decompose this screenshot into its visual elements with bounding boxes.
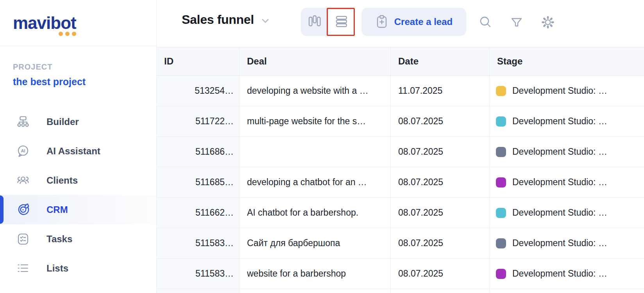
cell-deal-value: multi-page website for the s… xyxy=(247,116,366,127)
search-icon xyxy=(477,14,494,31)
sidebar-nav: Builder AI AI Assistant xyxy=(0,107,156,283)
cell-date-value: 08.07.2025 xyxy=(398,207,443,218)
stage-color-swatch xyxy=(496,147,506,157)
table-body: 513254… developing a website with a … 11… xyxy=(157,76,644,293)
project-block: PROJECT the best project xyxy=(0,46,156,88)
table-row[interactable]: 511662… AI chatbot for a barbershop. 08.… xyxy=(157,198,644,228)
cell-id-value: 511685… xyxy=(195,177,234,188)
table-row[interactable] xyxy=(157,289,644,293)
table-row[interactable]: 511722… multi-page website for the s… 08… xyxy=(157,106,644,137)
stage-color-swatch xyxy=(496,238,506,248)
sidebar-item-label: Builder xyxy=(47,116,79,127)
sidebar-item-label: Tasks xyxy=(47,234,72,245)
stage-label: Development Studio: … xyxy=(512,116,607,127)
sidebar: mavibot PROJECT the best project Builder xyxy=(0,0,157,293)
funnel-selector-label: Sales funnel xyxy=(182,13,254,27)
sidebar-item-crm[interactable]: CRM xyxy=(0,195,156,224)
cell-date-value: 08.07.2025 xyxy=(398,116,443,127)
crm-icon xyxy=(16,203,30,217)
table-row[interactable]: 513254… developing a website with a … 11… xyxy=(157,76,644,106)
sidebar-item-lists[interactable]: Lists xyxy=(0,254,156,283)
deals-table: ID Deal Date Stage 513254… developing a … xyxy=(157,47,644,293)
cell-date-value: 08.07.2025 xyxy=(398,146,443,157)
project-name[interactable]: the best project xyxy=(13,76,156,88)
view-toggle xyxy=(301,8,355,36)
stage-label: Development Studio: … xyxy=(512,146,607,157)
table-row[interactable]: 511686… 08.07.2025 Development Studio: … xyxy=(157,137,644,167)
tasks-icon xyxy=(16,232,30,246)
stage-label: Development Studio: … xyxy=(512,238,607,248)
create-lead-button[interactable]: Create a lead xyxy=(361,8,466,36)
cell-deal-value: website for a barbershop xyxy=(247,268,346,279)
sidebar-item-label: AI Assistant xyxy=(47,146,100,157)
cell-date-value: 08.07.2025 xyxy=(398,238,443,248)
stage-color-swatch xyxy=(496,116,506,127)
logo-row: mavibot xyxy=(0,0,156,46)
cell-id-value: 511583… xyxy=(195,268,234,279)
stage-label: Development Studio: … xyxy=(512,177,607,188)
sidebar-item-clients[interactable]: Clients xyxy=(0,166,156,195)
table-row[interactable]: 511583… Сайт для барбершопа 08.07.2025 D… xyxy=(157,228,644,259)
svg-text:AI: AI xyxy=(21,148,25,153)
app-root: mavibot PROJECT the best project Builder xyxy=(0,0,644,293)
filter-button[interactable] xyxy=(508,13,526,31)
cell-deal-value: developing a chatbot for an … xyxy=(247,177,367,188)
cell-id-value: 511722… xyxy=(195,116,234,127)
column-header-date: Date xyxy=(391,47,490,76)
app-logo[interactable]: mavibot xyxy=(13,13,76,33)
stage-label: Development Studio: … xyxy=(512,86,607,96)
cell-id-value: 511662… xyxy=(195,207,234,218)
sidebar-item-ai-assistant[interactable]: AI AI Assistant xyxy=(0,136,156,166)
search-button[interactable] xyxy=(476,13,494,31)
funnel-selector[interactable]: Sales funnel xyxy=(182,13,270,27)
list-view-icon xyxy=(335,14,349,30)
sidebar-item-label: CRM xyxy=(47,204,68,215)
stage-label: Development Studio: … xyxy=(512,207,607,218)
logo-dots xyxy=(59,32,76,36)
cell-deal-value: developing a website with a … xyxy=(247,86,369,96)
column-header-stage: Stage xyxy=(490,47,644,76)
kanban-view-button[interactable] xyxy=(301,8,328,36)
builder-icon xyxy=(16,115,30,129)
cell-id-value: 511686… xyxy=(195,146,234,157)
cell-id-value: 511583… xyxy=(195,238,234,248)
sidebar-item-builder[interactable]: Builder xyxy=(0,107,156,136)
create-lead-label: Create a lead xyxy=(394,16,453,27)
table-row[interactable]: 511685… developing a chatbot for an … 08… xyxy=(157,167,644,198)
table-header-row: ID Deal Date Stage xyxy=(157,47,644,76)
stage-color-swatch xyxy=(496,177,506,188)
cell-deal-value: AI chatbot for a barbershop. xyxy=(247,207,358,218)
cell-date-value: 08.07.2025 xyxy=(398,177,443,188)
lists-icon xyxy=(16,261,30,275)
cell-deal-value: Сайт для барбершопа xyxy=(247,238,340,248)
clients-icon xyxy=(16,173,30,188)
cell-date-value: 11.07.2025 xyxy=(398,86,442,96)
settings-button[interactable] xyxy=(539,13,557,31)
column-header-deal: Deal xyxy=(240,47,391,76)
chevron-down-icon xyxy=(260,17,270,25)
sidebar-item-label: Lists xyxy=(47,263,68,274)
filter-icon xyxy=(508,14,525,31)
cell-date-value: 08.07.2025 xyxy=(398,268,443,279)
topbar: Sales funnel xyxy=(157,0,644,47)
project-label: PROJECT xyxy=(13,63,156,71)
stage-color-swatch xyxy=(496,86,506,96)
ai-assistant-icon: AI xyxy=(16,144,30,158)
settings-icon xyxy=(539,14,556,31)
sidebar-item-tasks[interactable]: Tasks xyxy=(0,224,156,254)
sidebar-item-label: Clients xyxy=(47,175,78,186)
list-view-button[interactable] xyxy=(328,8,355,36)
kanban-view-icon xyxy=(308,14,322,30)
app-logo-text: mavibot xyxy=(13,13,76,32)
clipboard-plus-icon xyxy=(375,15,388,29)
stage-label: Development Studio: … xyxy=(512,268,607,279)
cell-id-value: 513254… xyxy=(195,86,234,96)
table-row[interactable]: 511583… website for a barbershop 08.07.2… xyxy=(157,259,644,289)
main-area: Sales funnel xyxy=(157,0,644,293)
stage-color-swatch xyxy=(496,208,506,218)
column-header-id: ID xyxy=(157,47,240,76)
stage-color-swatch xyxy=(496,269,506,279)
